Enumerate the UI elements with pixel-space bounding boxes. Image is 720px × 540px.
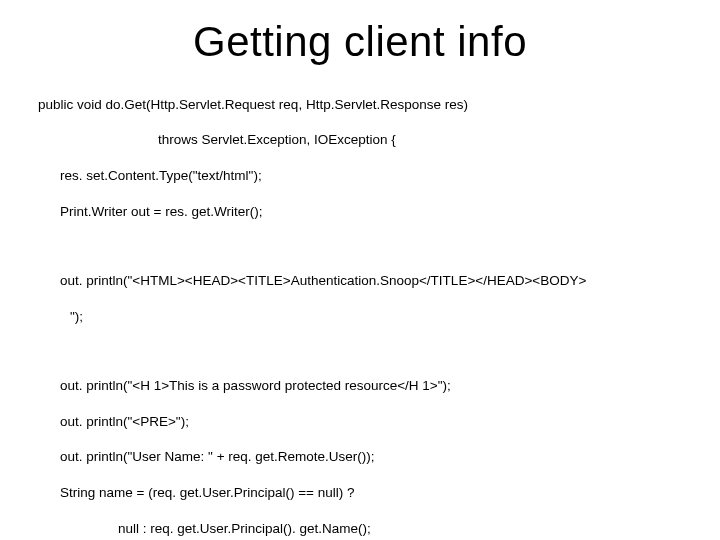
code-line: String name = (req. get.User.Principal()… xyxy=(38,484,682,502)
code-line: throws Servlet.Exception, IOException { xyxy=(38,131,682,149)
code-line: out. println("User Name: " + req. get.Re… xyxy=(38,448,682,466)
code-line: res. set.Content.Type("text/html"); xyxy=(38,167,682,185)
slide-container: Getting client info public void do.Get(H… xyxy=(0,0,720,540)
code-line: Print.Writer out = res. get.Writer(); xyxy=(38,203,682,221)
slide-title: Getting client info xyxy=(38,18,682,66)
code-line: null : req. get.User.Principal(). get.Na… xyxy=(38,520,682,538)
code-block: public void do.Get(Http.Servlet.Request … xyxy=(38,78,682,540)
code-line: "); xyxy=(38,308,682,326)
code-line: public void do.Get(Http.Servlet.Request … xyxy=(38,96,682,114)
code-line: out. println("<H 1>This is a password pr… xyxy=(38,377,682,395)
code-line: out. println("<HTML><HEAD><TITLE>Authent… xyxy=(38,272,682,290)
code-line: out. println("<PRE>"); xyxy=(38,413,682,431)
